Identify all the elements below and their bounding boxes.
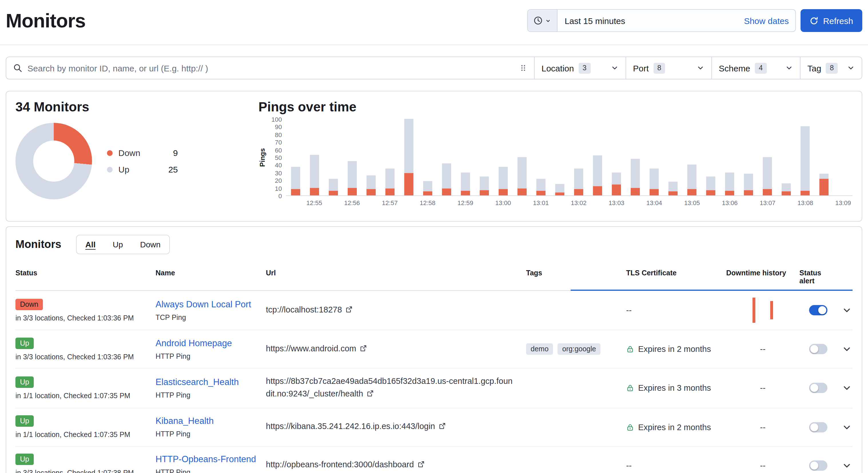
filter-down-button[interactable]: Down [131,235,169,254]
status-alert-toggle[interactable] [809,383,828,393]
ping-bar [347,161,356,195]
date-picker: Last 15 minutes Show dates [527,9,796,32]
legend-value: 25 [152,165,178,174]
pings-plot [286,120,852,196]
page-title: Monitors [6,9,86,32]
pings-y-axis-title: Pings [258,120,267,196]
filter-tag-button[interactable]: Tag 8 [801,57,862,79]
expand-row-chevron-icon[interactable] [842,383,851,393]
x-tick-label: 13:02 [571,199,587,206]
col-tls-certificate: TLS Certificate [626,269,726,285]
ping-bar [518,157,527,195]
filter-port-button[interactable]: Port 8 [626,57,712,79]
monitor-row: Up in 1/1 location, Checked 1:07:35 PM K… [16,408,852,446]
y-tick-label: 30 [275,170,282,176]
filter-all-button[interactable]: All [76,235,104,254]
monitor-name-link[interactable]: Always Down Local Port [156,299,251,309]
filter-location-button[interactable]: Location 3 [535,57,626,79]
monitor-type: TCP Ping [156,313,266,321]
monitors-donut-chart [16,123,92,199]
pings-y-axis: 0102030405060708090100 [267,120,286,196]
legend-dot [107,167,113,172]
y-tick-label: 60 [275,146,282,154]
ping-bar [404,119,413,195]
search-options-icon[interactable] [519,64,527,72]
ping-bar [555,184,564,195]
monitor-list-title: Monitors [16,238,61,251]
refresh-button[interactable]: Refresh [801,9,862,32]
monitor-name-link[interactable]: Kibana_Health [156,416,214,426]
search-input[interactable] [27,63,514,73]
status-badge: Up [16,337,34,349]
tls-text: -- [626,461,631,470]
monitor-name-link[interactable]: Android Homepage [156,338,232,348]
ping-bar [423,181,432,195]
expand-row-chevron-icon[interactable] [842,306,851,315]
ping-bar [574,169,583,195]
x-tick-label: 13:07 [760,199,775,206]
status-detail: in 3/3 locations, Checked 1:03:36 PM [16,353,156,361]
top-controls: Last 15 minutes Show dates Refresh [527,9,862,32]
monitor-name-link[interactable]: HTTP-Opbeans-Frontend [156,454,256,464]
monitor-url: https://kibana.35.241.242.16.ip.es.io:44… [266,421,435,431]
ping-bar [461,172,470,195]
y-tick-label: 10 [275,185,282,192]
ping-bar [385,169,394,195]
refresh-icon [810,16,818,25]
time-range-button[interactable]: Last 15 minutes [558,16,737,26]
pings-chart-title: Pings over time [258,99,852,115]
ping-bar [782,183,791,195]
filter-label: Port [633,63,649,73]
monitor-type: HTTP Ping [156,468,266,473]
tags-cell: demoorg:google [526,343,626,355]
external-link-icon[interactable] [367,388,374,401]
legend-label: Up [118,165,152,174]
downtime-empty: -- [760,423,765,432]
status-alert-toggle[interactable] [809,344,828,354]
status-alert-toggle[interactable] [809,422,828,432]
external-link-icon[interactable] [345,304,353,317]
filter-count-badge: 4 [755,63,767,73]
tls-text: Expires in 2 months [638,344,711,353]
ping-bar [744,174,753,195]
expand-row-chevron-icon[interactable] [842,344,851,353]
monitor-url: https://www.android.com [266,344,356,353]
x-tick-label: 13:08 [797,199,813,206]
chevron-down-icon [785,64,793,72]
status-alert-toggle[interactable] [809,460,828,470]
filter-up-button[interactable]: Up [104,235,131,254]
legend-label: Down [118,148,152,158]
external-link-icon[interactable] [439,421,446,434]
tag-badge: org:google [558,343,601,355]
overview-panel: 34 Monitors Down9Up25 Pings over time Pi… [6,91,862,222]
header-progress-line [570,290,852,291]
monitor-url: tcp://localhost:18278 [266,305,342,314]
x-tick-label: 13:01 [533,199,549,206]
x-tick-label: 13:00 [495,199,511,206]
external-link-icon[interactable] [360,343,367,356]
quick-select-button[interactable] [528,10,558,31]
filter-scheme-button[interactable]: Scheme 4 [712,57,801,79]
downtime-empty: -- [760,383,765,393]
show-dates-button[interactable]: Show dates [737,16,796,26]
filter-count-badge: 3 [578,63,590,73]
y-tick-label: 50 [275,154,282,161]
expand-row-chevron-icon[interactable] [842,423,851,432]
lock-icon [626,384,634,392]
external-link-icon[interactable] [417,459,425,472]
filter-label: Tag [807,63,821,73]
ping-bar [499,167,508,195]
status-alert-toggle[interactable] [809,305,828,315]
status-detail: in 1/1 location, Checked 1:07:35 PM [16,431,156,439]
col-downtime-history: Downtime history [726,269,799,285]
status-badge: Down [16,299,43,310]
monitor-name-link[interactable]: Elasticsearch_Health [156,377,239,387]
col-tags: Tags [526,269,626,285]
chevron-down-icon [696,64,705,72]
page-header: Monitors Last 15 minutes Show dates Refr… [0,0,868,45]
x-tick-label: 13:06 [722,199,738,206]
tls-text: Expires in 3 months [638,383,711,393]
status-detail: in 3/3 locations, Checked 1:07:38 PM [16,469,156,473]
ping-bar [801,127,810,195]
expand-row-chevron-icon[interactable] [842,461,851,470]
